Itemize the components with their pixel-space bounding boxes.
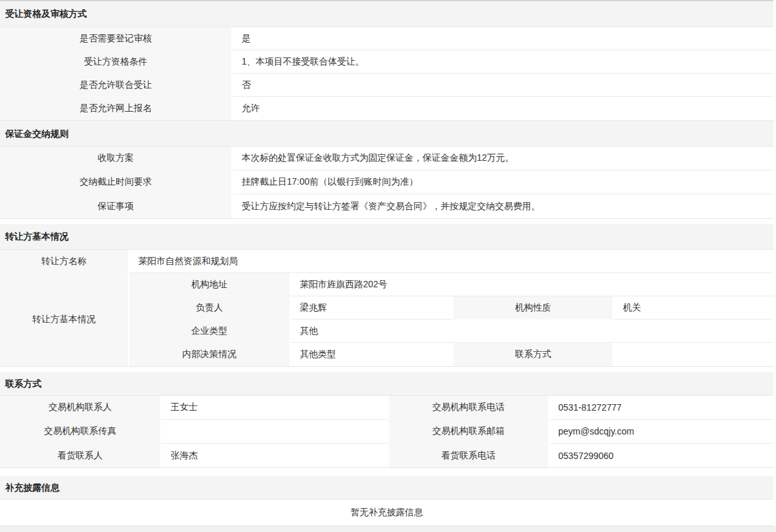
field-value: 莱阳市自然资源和规划局: [129, 250, 773, 273]
group-label: 转让方基本情况: [0, 273, 129, 366]
field-value: 王女士: [162, 396, 388, 420]
field-value: 挂牌截止日17:00前（以银行到账时间为准）: [233, 170, 773, 194]
section-title-contact-info: 联系方式: [0, 372, 773, 396]
field-label: 收取方案: [0, 147, 233, 170]
field-label: 机构地址: [129, 273, 291, 296]
field-label: 交纳截止时间要求: [0, 170, 233, 194]
field-value: 受让方应按约定与转让方签署《资产交易合同》，并按规定交纳交易费用。: [233, 194, 773, 218]
field-label: 联系方式: [452, 343, 614, 366]
field-value: 梁兆辉: [291, 296, 452, 320]
field-value: 0531-81272777: [549, 396, 773, 420]
table-row: 机构地址 莱阳市旌旗西路202号: [129, 273, 773, 296]
field-label: 转让方名称: [0, 250, 129, 273]
table-row: 收取方案 本次标的处置保证金收取方式为固定保证金，保证金金额为12万元。: [0, 147, 773, 170]
field-value: 05357299060: [549, 444, 773, 467]
listing-detail-page: 受让资格及审核方式 是否需要登记审核 是 受让方资格条件 1、本项目不接受联合体…: [0, 0, 773, 526]
table-row: 转让方名称 莱阳市自然资源和规划局: [0, 250, 773, 273]
table-row: 交纳截止时间要求 挂牌截止日17:00前（以银行到账时间为准）: [0, 170, 773, 194]
field-label: 保证事项: [0, 194, 233, 218]
table-row: 看货联系人 张海杰 看货联系电话 05357299060: [0, 444, 773, 467]
section-gap: [0, 468, 773, 476]
field-label: 内部决策情况: [129, 343, 291, 366]
section-qualification-and-deposit: 受让资格及审核方式 是否需要登记审核 是 受让方资格条件 1、本项目不接受联合体…: [0, 0, 773, 219]
field-value: 否: [233, 74, 773, 97]
field-label: 是否允许网上报名: [0, 97, 233, 120]
section-title-deposit-rules: 保证金交纳规则: [0, 120, 773, 147]
field-label: 交易机构联系人: [0, 396, 162, 420]
page-background-strip: [0, 526, 776, 532]
table-row: 保证事项 受让方应按约定与转让方签署《资产交易合同》，并按规定交纳交易费用。: [0, 194, 773, 218]
section-gap: [0, 219, 773, 224]
section-supplementary-disclosure: 补充披露信息 暂无补充披露信息: [0, 476, 773, 526]
field-value: 允许: [233, 97, 773, 120]
no-disclosure-message: 暂无补充披露信息: [0, 500, 773, 526]
section-title-supplementary-disclosure: 补充披露信息: [0, 476, 773, 500]
section-title-transfer-qualification: 受让资格及审核方式: [0, 1, 773, 27]
table-row: 是否需要登记审核 是: [0, 27, 773, 50]
field-label: 看货联系人: [0, 444, 162, 467]
field-label: 企业类型: [129, 320, 291, 343]
field-value: 其他类型: [291, 343, 452, 366]
field-value: 本次标的处置保证金收取方式为固定保证金，保证金金额为12万元。: [233, 147, 773, 170]
field-value: [614, 343, 773, 366]
field-value: peym@sdcqjy.com: [549, 420, 773, 444]
field-label: 是否允许联合受让: [0, 74, 233, 97]
table-row: 企业类型 其他: [129, 320, 773, 343]
section-transferor-info: 转让方基本情况 转让方名称 莱阳市自然资源和规划局 转让方基本情况 机构地址 莱…: [0, 224, 773, 367]
field-label: 交易机构联系电话: [388, 396, 549, 420]
table-row: 交易机构联系传真 交易机构联系邮箱 peym@sdcqjy.com: [0, 420, 773, 444]
field-value: 1、本项目不接受联合体受让。: [233, 50, 773, 74]
table-row: 是否允许联合受让 否: [0, 74, 773, 97]
field-label: 受让方资格条件: [0, 50, 233, 74]
field-value: 是: [233, 27, 773, 50]
field-value: [162, 420, 388, 444]
field-value: 张海杰: [162, 444, 388, 467]
section-contact-info: 联系方式 交易机构联系人 王女士 交易机构联系电话 0531-81272777 …: [0, 372, 773, 468]
field-value: 机关: [614, 296, 773, 320]
field-label: 交易机构联系邮箱: [388, 420, 549, 444]
field-label: 交易机构联系传真: [0, 420, 162, 444]
field-label: 是否需要登记审核: [0, 27, 233, 50]
section-title-transferor-info: 转让方基本情况: [0, 224, 773, 250]
transferor-detail-group: 转让方基本情况 机构地址 莱阳市旌旗西路202号 负责人 梁兆辉 机构性质 机关…: [0, 273, 773, 366]
table-row: 内部决策情况 其他类型 联系方式: [129, 343, 773, 366]
table-row: 负责人 梁兆辉 机构性质 机关: [129, 296, 773, 320]
field-label: 看货联系电话: [388, 444, 549, 467]
section-gap: [0, 367, 773, 372]
field-value: 莱阳市旌旗西路202号: [291, 273, 773, 296]
field-label: 负责人: [129, 296, 291, 320]
field-value: 其他: [291, 320, 773, 343]
table-row: 受让方资格条件 1、本项目不接受联合体受让。: [0, 50, 773, 74]
table-row: 是否允许网上报名 允许: [0, 97, 773, 120]
table-row: 交易机构联系人 王女士 交易机构联系电话 0531-81272777: [0, 396, 773, 420]
field-label: 机构性质: [452, 296, 614, 320]
